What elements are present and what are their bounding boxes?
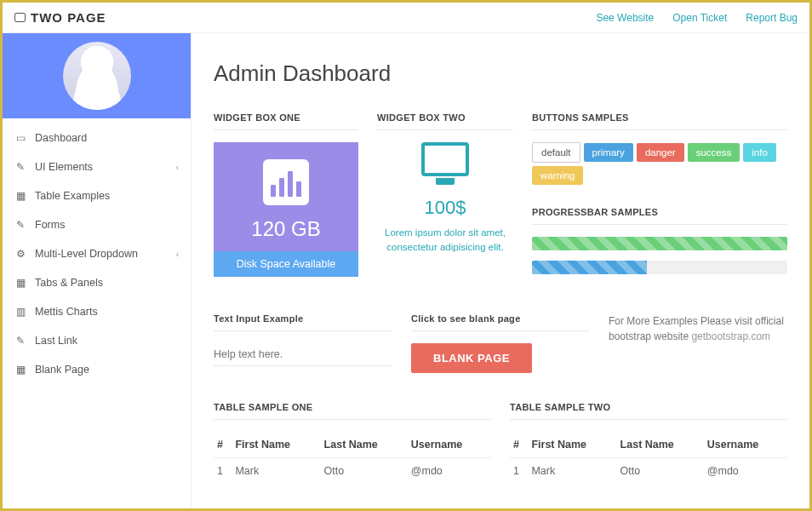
link-open-ticket[interactable]: Open Ticket (672, 12, 727, 24)
progressbar-green (532, 237, 787, 250)
avatar[interactable] (63, 42, 131, 110)
primary-button[interactable]: primary (584, 143, 633, 162)
nav-label: Table Examples (35, 190, 110, 202)
nav: ▭Dashboard✎UI Elements‹▦Table Examples✎F… (3, 118, 191, 384)
table-sample-one: #First NameLast NameUsername1MarkOtto@md… (214, 432, 491, 484)
nav-label: Mettis Charts (35, 306, 98, 318)
examples-link[interactable]: getbootstrap.com (691, 330, 770, 342)
widget-disk-space[interactable]: 120 GB Disk Space Available (214, 142, 358, 277)
sidebar: ▭Dashboard✎UI Elements‹▦Table Examples✎F… (3, 33, 192, 508)
col-header: First Name (528, 432, 616, 458)
blank-page-button[interactable]: BLANK PAGE (411, 343, 532, 373)
nav-icon: ✎ (14, 161, 26, 173)
nav-icon: ⚙ (14, 248, 26, 260)
col-header: Last Name (321, 432, 408, 458)
brand[interactable]: TWO PAGE (14, 10, 106, 25)
widget-price: 100$ Lorem ipsum dolor sit amet, consect… (377, 142, 513, 256)
nav-icon: ✎ (14, 219, 26, 231)
info-button[interactable]: info (743, 143, 776, 162)
sidebar-item-ui-elements[interactable]: ✎UI Elements‹ (3, 152, 191, 181)
nav-icon: ▦ (14, 277, 26, 289)
sidebar-item-mettis-charts[interactable]: ▥Mettis Charts (3, 297, 191, 326)
widget1-heading: WIDGET BOX ONE (214, 112, 358, 130)
nav-icon: ▥ (14, 306, 26, 318)
page-title: Admin Dashboard (214, 60, 787, 87)
col-header: Username (704, 432, 787, 458)
blank-heading: Click to see blank page (411, 313, 590, 331)
link-report-bug[interactable]: Report Bug (746, 12, 798, 24)
table-sample-two: #First NameLast NameUsername1MarkOtto@md… (510, 432, 787, 484)
widget1-value: 120 GB (214, 217, 358, 241)
button-samples: defaultprimarydangersuccessinfowarning (532, 142, 787, 185)
nav-label: Multi-Level Dropdown (35, 248, 138, 260)
table-row[interactable]: 1MarkOtto@mdo (510, 458, 787, 485)
nav-icon: ✎ (14, 335, 26, 347)
chevron-left-icon: ‹ (176, 163, 179, 172)
avatar-panel (3, 33, 191, 118)
col-header: Last Name (617, 432, 704, 458)
nav-icon: ▦ (14, 190, 26, 202)
nav-label: Blank Page (35, 364, 89, 376)
widget1-caption: Disk Space Available (214, 251, 358, 277)
nav-label: Dashboard (35, 132, 87, 144)
danger-button[interactable]: danger (637, 143, 684, 162)
sidebar-item-dashboard[interactable]: ▭Dashboard (3, 123, 191, 152)
nav-label: UI Elements (35, 161, 93, 173)
warning-button[interactable]: warning (532, 166, 583, 185)
widget2-price: 100$ (377, 197, 513, 219)
link-see-website[interactable]: See Website (596, 12, 654, 24)
col-header: # (214, 432, 232, 458)
sidebar-item-tabs-panels[interactable]: ▦Tabs & Panels (3, 268, 191, 297)
header-links: See Website Open Ticket Report Bug (596, 12, 798, 24)
nav-icon: ▦ (14, 364, 26, 376)
sidebar-item-multi-level-dropdown[interactable]: ⚙Multi-Level Dropdown‹ (3, 239, 191, 268)
examples-text: For More Examples Please visit official … (609, 313, 787, 344)
success-button[interactable]: success (688, 143, 741, 162)
table1-heading: TABLE SAMPLE ONE (214, 402, 491, 420)
table-row[interactable]: 1MarkOtto@mdo (214, 458, 491, 485)
chevron-left-icon: ‹ (176, 250, 179, 259)
main: Admin Dashboard WIDGET BOX ONE 120 GB Di… (192, 33, 809, 508)
brand-icon (14, 13, 26, 22)
widget2-heading: WIDGET BOX TWO (377, 112, 513, 130)
sidebar-item-blank-page[interactable]: ▦Blank Page (3, 355, 191, 384)
bar-chart-icon (263, 159, 309, 205)
progressbar-blue (532, 261, 787, 274)
header: TWO PAGE See Website Open Ticket Report … (3, 3, 809, 33)
table2-heading: TABLE SAMPLE TWO (510, 402, 787, 420)
nav-label: Tabs & Panels (35, 277, 103, 289)
col-header: # (510, 432, 528, 458)
text-input[interactable] (214, 343, 392, 366)
progress-heading: PROGRESSBAR SAMPLES (532, 207, 787, 225)
col-header: Username (408, 432, 491, 458)
col-header: First Name (232, 432, 320, 458)
buttons-heading: BUTTONS SAMPLES (532, 112, 787, 130)
brand-text: TWO PAGE (31, 10, 106, 25)
nav-label: Last Link (35, 335, 77, 347)
input-heading: Text Input Example (214, 313, 392, 331)
monitor-icon (421, 142, 469, 176)
sidebar-item-table-examples[interactable]: ▦Table Examples (3, 181, 191, 210)
default-button[interactable]: default (532, 142, 580, 163)
nav-label: Forms (35, 219, 65, 231)
nav-icon: ▭ (14, 132, 26, 144)
sidebar-item-forms[interactable]: ✎Forms (3, 210, 191, 239)
widget2-text: Lorem ipsum dolor sit amet, consectetur … (377, 226, 513, 256)
sidebar-item-last-link[interactable]: ✎Last Link (3, 326, 191, 355)
